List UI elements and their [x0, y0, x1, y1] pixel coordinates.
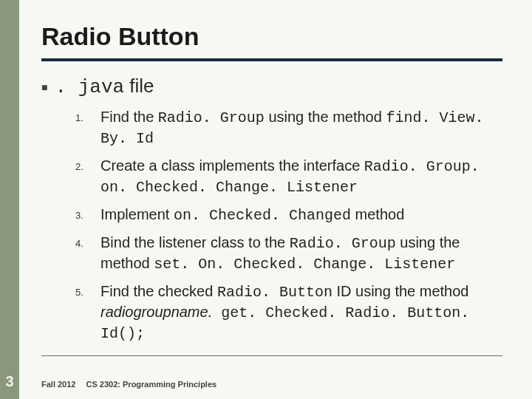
- text-span: ID using the method: [332, 283, 469, 299]
- code-span: Radio. Group: [158, 109, 265, 126]
- list-body: Create a class implements the interface …: [100, 156, 502, 197]
- list-item: 1.Find the Radio. Group using the method…: [75, 107, 502, 149]
- title-rule: [41, 58, 502, 61]
- text-span: method: [351, 206, 404, 222]
- code-span: Radio. Button: [217, 284, 332, 301]
- list-item: 5.Find the checked Radio. Button ID usin…: [75, 282, 502, 344]
- code-span: Radio. Group: [290, 235, 396, 252]
- footer-course: CS 2302: Programming Principles: [86, 380, 216, 389]
- text-span: Implement: [100, 206, 174, 222]
- text-span: Create a class implements the interface: [100, 157, 364, 174]
- list-number: 2.: [75, 156, 100, 197]
- footer: Fall 2012CS 2302: Programming Principles: [41, 380, 216, 389]
- list-number: 4.: [75, 233, 100, 274]
- code-span: on. Checked. Changed: [174, 207, 351, 224]
- subtitle-text: file: [124, 75, 154, 97]
- slide-title: Radio Button: [41, 22, 502, 51]
- sidebar-accent: [0, 0, 19, 399]
- subtitle-code: . java: [55, 76, 124, 98]
- list-body: Find the Radio. Group using the method f…: [100, 107, 502, 149]
- page-number: 3: [0, 373, 19, 390]
- footer-rule: [41, 355, 502, 356]
- list-body: Implement on. Checked. Changed method: [100, 205, 502, 225]
- list-item: 4.Bind the listener class to the Radio. …: [75, 233, 502, 274]
- list-body: Bind the listener class to the Radio. Gr…: [100, 233, 502, 274]
- slide-body: Radio Button ■. java file 1.Find the Rad…: [19, 0, 532, 399]
- footer-term: Fall 2012: [41, 380, 75, 389]
- list-item: 3.Implement on. Checked. Changed method: [75, 205, 502, 225]
- text-span: radiogroupname.: [100, 304, 212, 320]
- list-number: 3.: [75, 205, 100, 225]
- text-span: Find the checked: [100, 283, 217, 299]
- text-span: using the method: [265, 109, 386, 125]
- text-span: Bind the listener class to the: [100, 234, 290, 250]
- bullet-icon: ■: [41, 81, 47, 93]
- list-number: 1.: [75, 107, 100, 149]
- text-span: Find the: [100, 109, 158, 125]
- subtitle: ■. java file: [41, 75, 502, 98]
- list-number: 5.: [75, 282, 100, 344]
- list-body: Find the checked Radio. Button ID using …: [100, 282, 502, 344]
- ordered-list: 1.Find the Radio. Group using the method…: [75, 107, 502, 344]
- code-span: set. On. Checked. Change. Listener: [154, 256, 455, 273]
- list-item: 2.Create a class implements the interfac…: [75, 156, 502, 197]
